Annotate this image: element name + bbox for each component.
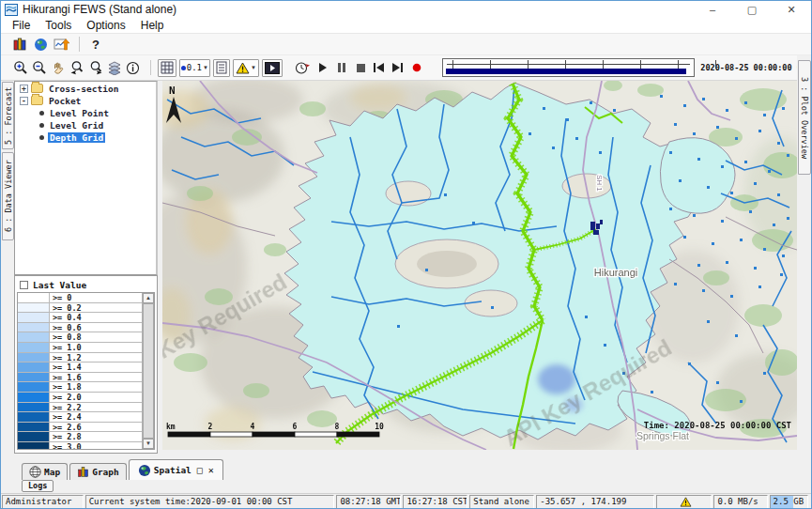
stop-icon: [357, 64, 365, 72]
last-value-checkbox[interactable]: [20, 281, 28, 289]
tab-data-viewer[interactable]: 6 : Data Viewer: [2, 152, 14, 240]
legend-panel: Last Value >= 0>= 0.2>= 0.4>= 0.6>= 0.8>…: [14, 275, 158, 454]
class-interval-dropdown[interactable]: 0.1 ▼: [179, 59, 210, 77]
svg-text:4: 4: [251, 423, 255, 431]
map-display-button[interactable]: [31, 35, 50, 54]
legend-entry: >= 0: [18, 293, 142, 303]
info-button[interactable]: [125, 58, 142, 77]
tab-close-icon[interactable]: ✕: [208, 465, 214, 475]
filters-tree-panel: + Cross-section - Pocket Level Point Lev…: [14, 81, 158, 275]
scroll-down-icon[interactable]: ▼: [143, 439, 154, 449]
folder-icon: [31, 96, 43, 105]
tab-spatial[interactable]: Spatial □ ✕: [129, 459, 223, 480]
zoom-in-button[interactable]: [12, 58, 29, 77]
animation-window-button[interactable]: [262, 59, 283, 77]
legend-color-swatch: [18, 332, 50, 342]
pan-button[interactable]: [50, 58, 67, 77]
legend-entry-label: >= 2.8: [50, 432, 82, 441]
tab-map[interactable]: Map: [22, 463, 68, 480]
status-cell-4: Stand alone: [469, 495, 534, 509]
timeline-tick: [678, 60, 679, 69]
legend-color-swatch: [18, 393, 50, 402]
legend-entry-label: >= 1.0: [50, 343, 82, 352]
legend-entry-label: >= 0: [50, 293, 71, 302]
grid-display-button[interactable]: [158, 59, 176, 77]
svg-text:N: N: [169, 85, 176, 97]
logs-button[interactable]: Logs: [22, 480, 54, 492]
legend-entry-label: >= 2.4: [50, 412, 82, 422]
current-datetime-label: 2020-08-25 00:00:00 CST: [700, 63, 811, 72]
town-label: Hikurangi: [594, 267, 637, 278]
stop-button[interactable]: [352, 58, 369, 77]
status-cell-8: 2.5 GB: [770, 495, 808, 509]
legend-color-swatch: [18, 423, 50, 432]
legend-scrollbar[interactable]: ▲ ▼: [142, 293, 154, 449]
expander-plus-icon[interactable]: +: [20, 85, 28, 93]
menu-bar: File Tools Options Help: [1, 18, 811, 34]
legend-entry-label: >= 0.8: [50, 332, 82, 342]
tree-item-depth-grid[interactable]: Depth Grid: [15, 131, 156, 143]
timeline-slider[interactable]: [442, 58, 695, 77]
legend-icon: [216, 61, 227, 74]
close-button[interactable]: ✕: [772, 1, 811, 18]
record-button[interactable]: [408, 58, 425, 77]
expander-minus-icon[interactable]: -: [20, 97, 28, 105]
play-button[interactable]: [314, 58, 331, 77]
status-cell-0: Administrator: [2, 495, 84, 509]
legend-toggle-button[interactable]: [213, 59, 230, 77]
pause-button[interactable]: [333, 58, 350, 77]
application-window: Hikurangi FEWS (Stand alone) – ▢ ✕ File …: [0, 0, 812, 509]
info-icon: [126, 61, 140, 75]
logs-row: Logs: [1, 480, 811, 493]
help-button[interactable]: ?: [86, 35, 105, 54]
next-zoom-button[interactable]: [87, 58, 104, 77]
time-settings-button[interactable]: [293, 58, 314, 77]
legend-color-swatch: [18, 373, 50, 382]
svg-text:8: 8: [335, 423, 340, 431]
zoom-out-button[interactable]: [31, 58, 48, 77]
timeline-progress-bar: [446, 69, 686, 74]
status-cell-7: 0.0 MB/s: [713, 495, 767, 509]
menu-help[interactable]: Help: [133, 19, 172, 32]
tree-item-level-grid[interactable]: Level Grid: [15, 119, 156, 131]
tree-item-cross-section[interactable]: + Cross-section: [15, 83, 156, 94]
tab-graph[interactable]: Graph: [69, 463, 127, 480]
legend-entry: >= 2.2: [18, 403, 142, 413]
globe-icon: [29, 466, 41, 478]
warnings-dropdown[interactable]: ▼: [233, 59, 258, 77]
skip-back-icon: [374, 63, 384, 72]
spatial-display-button[interactable]: [52, 35, 70, 54]
legend-color-swatch: [18, 442, 50, 450]
chevron-down-icon: ▼: [203, 65, 208, 70]
tab-plot-overview[interactable]: 3 : Plot Overview: [798, 60, 811, 175]
menu-options[interactable]: Options: [79, 19, 132, 32]
clock-arrow-icon: [295, 61, 311, 75]
menu-tools[interactable]: Tools: [38, 19, 79, 32]
legend-color-swatch: [18, 432, 50, 441]
map-toolbar: 0.1 ▼ ▼: [1, 55, 811, 81]
previous-zoom-button[interactable]: [69, 58, 85, 77]
tree-item-level-point[interactable]: Level Point: [15, 107, 156, 118]
tab-maximize-icon[interactable]: □: [197, 465, 203, 475]
legend-entry: >= 2.4: [18, 412, 142, 423]
scroll-thumb[interactable]: [143, 303, 154, 439]
status-cell-5: -35.657 , 174.199: [536, 495, 654, 509]
legend-entry: >= 1.0: [18, 343, 142, 353]
maximize-button[interactable]: ▢: [732, 1, 772, 18]
legend-entry: >= 2.8: [18, 432, 142, 442]
tab-forecast[interactable]: 5 : Forecast: [2, 82, 14, 149]
bullet-icon: [39, 135, 44, 140]
legend-entry: >= 3.0: [18, 442, 142, 450]
map-canvas[interactable]: API Key Required API Key Required N km24…: [162, 81, 797, 450]
minimize-button[interactable]: –: [693, 1, 732, 18]
timeline-tick: [565, 60, 566, 69]
tree-item-pocket[interactable]: - Pocket: [15, 95, 156, 106]
first-frame-button[interactable]: [371, 58, 388, 77]
scroll-up-icon[interactable]: ▲: [143, 293, 154, 303]
data-display-button[interactable]: [10, 35, 29, 54]
layers-button[interactable]: [106, 58, 123, 77]
legend-color-swatch: [18, 343, 50, 352]
legend-entry: >= 0.6: [18, 323, 142, 333]
last-frame-button[interactable]: [390, 58, 406, 77]
menu-file[interactable]: File: [5, 19, 38, 32]
